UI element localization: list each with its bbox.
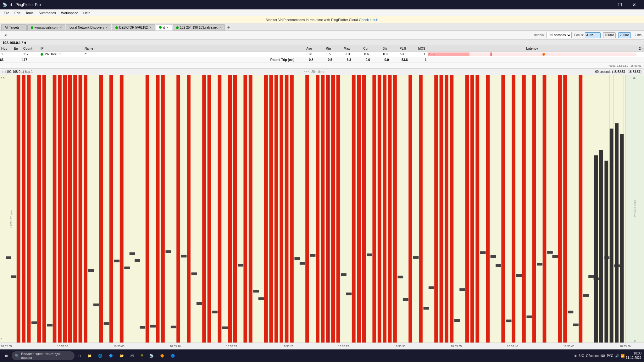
- svg-rect-78: [269, 75, 273, 343]
- svg-rect-154: [553, 75, 557, 343]
- taskbar-app-app7[interactable]: 🔶: [158, 351, 167, 361]
- svg-rect-119: [429, 75, 433, 343]
- svg-rect-62: [213, 75, 216, 343]
- tab-close-google[interactable]: ✕: [59, 26, 62, 29]
- y-max-label: 3.5: [1, 77, 5, 80]
- taskbar-app-file-explorer[interactable]: 📁: [85, 351, 94, 361]
- taskbar-app-pingplotter[interactable]: 📡: [147, 351, 156, 361]
- svg-rect-71: [243, 75, 247, 343]
- tab-label: DESKTOP-5V6L182: [119, 26, 148, 29]
- tab-label: Local Network Discovery: [69, 26, 104, 29]
- svg-rect-92: [326, 75, 330, 343]
- svg-rect-145: [522, 75, 526, 343]
- svg-rect-105: [378, 75, 381, 343]
- svg-rect-55: [187, 75, 191, 343]
- svg-rect-84: [294, 257, 300, 260]
- chart-container[interactable]: 3.5 0 LATENCY (ms) 30 PACKET LOSS 0: [0, 75, 644, 343]
- svg-rect-64: [218, 75, 221, 343]
- menu-tools[interactable]: Tools: [23, 10, 36, 15]
- interval-select[interactable]: 0.5 seconds 1 second 2 seconds: [547, 32, 572, 38]
- svg-rect-7: [11, 275, 16, 278]
- time-label-8: 18:53:35: [451, 345, 462, 348]
- svg-rect-68: [233, 75, 237, 343]
- tab-close-rt[interactable]: ✕: [166, 26, 169, 29]
- tab-desktop[interactable]: DESKTOP-5V6L182 ✕: [112, 24, 155, 30]
- svg-rect-115: [413, 256, 419, 259]
- minimize-button[interactable]: ─: [598, 0, 613, 9]
- time-range: 60 seconds (18:52:51 - 18:53:51): [595, 70, 641, 74]
- tab-close-local[interactable]: ✕: [105, 26, 108, 29]
- zoom-line: [328, 75, 329, 343]
- svg-rect-104: [372, 75, 376, 343]
- tab-rt[interactable]: rt ✕: [156, 24, 172, 30]
- svg-rect-32: [114, 75, 118, 343]
- svg-rect-73: [254, 75, 258, 343]
- svg-rect-95: [341, 75, 345, 343]
- tab-all-targets[interactable]: All Targets ✕: [1, 24, 27, 30]
- svg-rect-135: [491, 75, 495, 343]
- svg-rect-110: [397, 276, 403, 278]
- tab-close-all-targets[interactable]: ✕: [21, 26, 23, 29]
- svg-rect-15: [47, 75, 51, 343]
- task-view-button[interactable]: ⊟: [76, 351, 84, 361]
- svg-rect-51: [171, 326, 176, 328]
- svg-rect-22: [79, 75, 82, 343]
- svg-rect-11: [32, 75, 36, 343]
- taskbar-app-chrome[interactable]: 🌐: [96, 351, 105, 361]
- info-link[interactable]: Check it out!: [359, 18, 378, 22]
- scale-200ms-button[interactable]: 200ms: [618, 32, 631, 38]
- svg-rect-153: [547, 251, 553, 254]
- svg-rect-76: [258, 297, 264, 300]
- col-pl: PL%: [389, 47, 408, 50]
- tab-local[interactable]: Local Network Discovery ✕: [66, 24, 111, 30]
- time-label-9: 18:53:40: [507, 345, 518, 348]
- svg-rect-25: [88, 269, 94, 272]
- taskbar-app-y[interactable]: Y: [138, 351, 146, 361]
- weather-status: Облачно: [586, 354, 599, 358]
- taskbar-search[interactable]: 🔍 Введите здесь текст для поиска: [12, 351, 75, 360]
- tab-close-valve[interactable]: ✕: [219, 26, 221, 29]
- svg-rect-140: [507, 75, 510, 343]
- col-latency-header: Latency: [427, 47, 638, 50]
- maximize-button[interactable]: ❐: [613, 0, 627, 9]
- taskbar-app-steam[interactable]: 🎮: [128, 351, 137, 361]
- add-tab-button[interactable]: +: [225, 24, 232, 30]
- menu-summaries[interactable]: Summaries: [36, 10, 58, 15]
- tab-label: 162-254-198-103.valve.net: [180, 26, 218, 29]
- svg-rect-77: [264, 75, 268, 343]
- svg-rect-41: [140, 75, 144, 343]
- svg-rect-106: [383, 75, 386, 343]
- time-label-6: 18:53:25: [338, 345, 349, 348]
- tab-valve[interactable]: 162-254-198-103.valve.net ✕: [173, 24, 225, 30]
- start-button[interactable]: ⊞: [3, 351, 10, 361]
- col-time: 2 ms: [638, 47, 644, 50]
- tab-google[interactable]: www.google.com ✕: [27, 24, 66, 30]
- taskbar-app-app8[interactable]: 🔵: [168, 351, 178, 361]
- taskbar-app-edge[interactable]: 🔷: [106, 351, 116, 361]
- cell-ip: 192.168.0.1: [39, 52, 83, 56]
- svg-rect-18: [58, 75, 62, 343]
- focus-group: Focus: Auto: [574, 32, 601, 38]
- svg-rect-80: [280, 75, 283, 343]
- menu-workspace[interactable]: Workspace: [58, 10, 81, 15]
- svg-rect-165: [589, 75, 593, 343]
- menu-help[interactable]: Help: [81, 10, 93, 15]
- tab-label: www.google.com: [35, 26, 58, 29]
- stats-row-1[interactable]: 1 117 192.168.0.1 rt 0.8 0.5 3.3 0.6 0.0…: [0, 52, 644, 57]
- focus-input[interactable]: Auto: [585, 32, 601, 38]
- taskbar-app-files[interactable]: 📂: [117, 351, 126, 361]
- time-label-2: 18:53:05: [114, 345, 125, 348]
- svg-rect-136: [491, 255, 496, 258]
- close-button[interactable]: ✕: [627, 0, 641, 9]
- focus-label: Focus:: [574, 33, 584, 37]
- svg-rect-38: [130, 252, 135, 255]
- svg-rect-128: [459, 288, 465, 291]
- svg-rect-35: [125, 75, 129, 343]
- menu-edit[interactable]: Edit: [12, 10, 23, 15]
- scale-100ms-button[interactable]: 100ms: [603, 32, 616, 38]
- col-ip: IP: [39, 47, 83, 50]
- menu-file[interactable]: File: [1, 10, 12, 15]
- svg-rect-82: [290, 75, 294, 343]
- svg-rect-159: [568, 311, 574, 314]
- tab-close-desktop[interactable]: ✕: [149, 26, 152, 29]
